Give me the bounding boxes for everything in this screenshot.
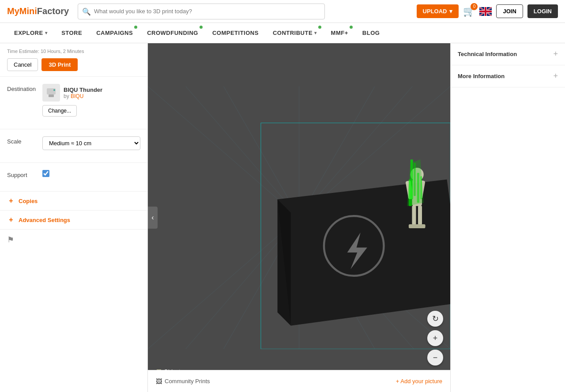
expand-icon: + — [553, 72, 558, 81]
chevron-down-icon: ▾ — [45, 30, 48, 35]
printer-brand-link[interactable]: BIQU — [71, 93, 83, 99]
support-row: Support — [7, 170, 140, 179]
community-prints-link[interactable]: 🖼 Community Prints — [156, 378, 210, 385]
scale-content: Medium ≈ 10 cm — [42, 136, 140, 150]
svg-rect-12 — [49, 94, 54, 97]
printer-info: BIQU Thunder by BIQU — [64, 87, 102, 99]
language-flag[interactable] — [479, 7, 492, 16]
3d-scene — [148, 43, 450, 392]
reset-view-button[interactable]: ↻ — [427, 311, 443, 327]
header-actions: UPLOAD ▾ 🛒 0 JOIN LOGIN — [417, 4, 558, 18]
viewer-bottom-bar: 🖼 Community Prints + Add your picture — [148, 370, 450, 392]
chevron-down-icon: ▾ — [449, 8, 452, 15]
support-label: Support — [7, 170, 38, 178]
flag-button[interactable]: ⚑ — [7, 235, 14, 245]
copies-row[interactable]: + Copies — [0, 192, 147, 211]
image-icon: 🖼 — [156, 378, 162, 385]
svg-rect-10 — [479, 11, 492, 12]
svg-rect-35 — [409, 224, 426, 228]
viewer-controls: ↻ + − — [427, 311, 443, 366]
nav-item-explore[interactable]: EXPLORE ▾ — [7, 23, 54, 43]
campaigns-dot — [134, 26, 137, 29]
flag-row: ⚑ — [0, 230, 147, 250]
contribute-dot — [318, 26, 321, 29]
upload-button[interactable]: UPLOAD ▾ — [417, 4, 459, 18]
support-checkbox[interactable] — [42, 170, 49, 177]
zoom-out-button[interactable]: − — [427, 350, 443, 366]
header: MyMiniFactory 🔍 UPLOAD ▾ 🛒 0 — [0, 0, 565, 23]
svg-marker-25 — [278, 179, 450, 325]
scale-label: Scale — [7, 136, 38, 145]
main-nav: EXPLORE ▾ STORE CAMPAIGNS CROWDFUNDING C… — [0, 23, 565, 43]
support-content — [42, 170, 140, 179]
technical-info-title: Technical Information — [458, 51, 517, 57]
3d-viewer[interactable]: ‹ Object Support Material ↻ + − 🖼 Commun… — [148, 43, 450, 392]
advanced-settings-label: Advanced Settings — [19, 217, 70, 223]
chevron-down-icon: ▾ — [314, 30, 317, 35]
crowdfunding-dot — [200, 26, 203, 29]
search-icon: 🔍 — [82, 7, 91, 15]
right-panel: Technical Information + More Information… — [450, 43, 565, 392]
plus-icon: + — [7, 197, 15, 205]
search-input[interactable] — [78, 4, 325, 19]
nav-item-crowdfunding[interactable]: CROWDFUNDING — [140, 23, 205, 43]
login-button[interactable]: LOGIN — [527, 4, 558, 18]
panel-actions: Cancel 3D Print — [7, 58, 140, 71]
logo[interactable]: MyMiniFactory — [7, 6, 69, 16]
scale-select[interactable]: Medium ≈ 10 cm — [42, 136, 140, 150]
cart-badge: 0 — [471, 3, 478, 10]
left-panel: Time Estimate: 10 Hours, 2 Minutes Cance… — [0, 43, 148, 392]
support-section: Support — [0, 163, 147, 192]
svg-marker-26 — [278, 200, 291, 326]
nav-item-contribute[interactable]: CONTRIBUTE ▾ — [266, 23, 324, 43]
3d-print-button[interactable]: 3D Print — [41, 58, 78, 71]
technical-info-section[interactable]: Technical Information + — [451, 43, 565, 65]
change-printer-button[interactable]: Change... — [42, 105, 77, 117]
add-picture-button[interactable]: + Add your picture — [396, 378, 442, 384]
search-bar: 🔍 — [78, 4, 325, 19]
scale-section: Scale Medium ≈ 10 cm — [0, 129, 147, 163]
printer-name: BIQU Thunder — [64, 87, 102, 93]
plus-icon: + — [7, 216, 15, 224]
more-info-title: More Information — [458, 73, 505, 79]
expand-icon: + — [553, 49, 558, 59]
scale-row: Scale Medium ≈ 10 cm — [7, 136, 140, 150]
destination-row: Destination BIQU Thunder — [7, 84, 140, 117]
viewer-prev-button[interactable]: ‹ — [148, 207, 158, 229]
printer-thumbnail — [42, 84, 60, 102]
more-info-section[interactable]: More Information + — [451, 65, 565, 87]
printer-card: BIQU Thunder by BIQU — [42, 84, 140, 102]
svg-rect-34 — [418, 205, 422, 225]
copies-label: Copies — [19, 198, 38, 204]
mmfplus-dot — [350, 26, 353, 29]
cart-icon[interactable]: 🛒 0 — [463, 6, 475, 17]
nav-item-blog[interactable]: BLOG — [355, 23, 387, 43]
destination-content: BIQU Thunder by BIQU Change... — [42, 84, 140, 117]
advanced-settings-row[interactable]: + Advanced Settings — [0, 211, 147, 230]
printer-by: by BIQU — [64, 93, 102, 99]
destination-section: Destination BIQU Thunder — [0, 77, 147, 129]
svg-point-13 — [53, 89, 55, 91]
nav-item-campaigns[interactable]: CAMPAIGNS — [89, 23, 140, 43]
destination-label: Destination — [7, 84, 38, 92]
nav-item-competitions[interactable]: COMPETITIONS — [205, 23, 266, 43]
main-content: Time Estimate: 10 Hours, 2 Minutes Cance… — [0, 43, 565, 392]
panel-header: Time Estimate: 10 Hours, 2 Minutes Cance… — [0, 43, 147, 77]
nav-item-store[interactable]: STORE — [54, 23, 89, 43]
zoom-in-button[interactable]: + — [427, 330, 443, 346]
svg-rect-33 — [412, 205, 416, 225]
logo-mmf: My — [7, 6, 19, 16]
join-button[interactable]: JOIN — [496, 4, 523, 18]
cancel-button[interactable]: Cancel — [7, 58, 38, 71]
time-estimate: Time Estimate: 10 Hours, 2 Minutes — [7, 49, 140, 54]
nav-item-mmfplus[interactable]: MMF+ — [324, 23, 355, 43]
